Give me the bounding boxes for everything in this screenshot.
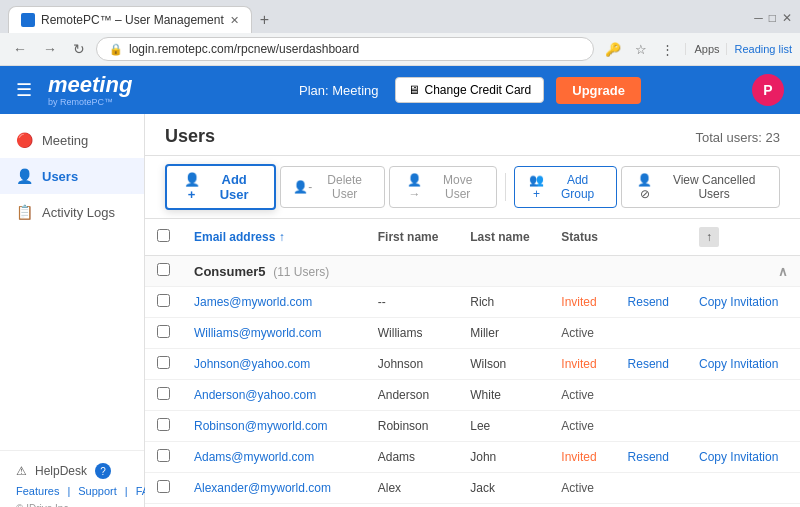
minimize-button[interactable]: ─	[754, 11, 763, 25]
lock-icon: 🔒	[109, 43, 123, 56]
email-cell: James@myworld.com	[182, 287, 366, 318]
reading-list-label[interactable]: Reading list	[735, 43, 792, 55]
status-column-header: Status	[549, 219, 615, 256]
url-text: login.remotepc.com/rpcnew/userdashboard	[129, 42, 359, 56]
sidebar-item-meeting[interactable]: 🔴 Meeting	[0, 122, 144, 158]
logo-area: meeting by RemotePC™	[48, 73, 188, 107]
firstname-cell: Adams	[366, 442, 459, 473]
resend-cell[interactable]: Resend	[616, 442, 687, 473]
lastname-column-header: Last name	[458, 219, 549, 256]
sidebar-item-activity-logs-label: Activity Logs	[42, 205, 115, 220]
resend-link[interactable]: Resend	[628, 295, 669, 309]
add-user-icon: 👤+	[181, 172, 202, 202]
table-container: Email address ↑ First name Last name Sta…	[145, 219, 800, 507]
restore-button[interactable]: □	[769, 11, 776, 25]
row-checkbox[interactable]	[157, 294, 170, 307]
action-column-header	[616, 219, 687, 256]
table-row: James@myworld.com -- Rich Invited Resend…	[145, 287, 800, 318]
sidebar-item-users[interactable]: 👤 Users	[0, 158, 144, 194]
logo-text: meeting	[48, 73, 132, 97]
copy-invitation-link[interactable]: Copy Invitation	[699, 450, 778, 464]
firstname-cell: --	[366, 287, 459, 318]
address-bar[interactable]: 🔒 login.remotepc.com/rpcnew/userdashboar…	[96, 37, 594, 61]
email-column-header[interactable]: Email address ↑	[182, 219, 366, 256]
firstname-cell: Williams	[366, 318, 459, 349]
copy-invitation-link[interactable]: Copy Invitation	[699, 357, 778, 371]
new-tab-button[interactable]: +	[256, 7, 273, 33]
features-link[interactable]: Features	[16, 485, 59, 497]
copy-invitation-cell	[687, 504, 800, 508]
sidebar-item-activity-logs[interactable]: 📋 Activity Logs	[0, 194, 144, 230]
upload-column-header: ↑	[687, 219, 800, 256]
table-row: Alexander@myworld.com Alex Jack Active	[145, 473, 800, 504]
menu-dots-icon[interactable]: ⋮	[656, 39, 679, 60]
copy-invitation-cell[interactable]: Copy Invitation	[687, 442, 800, 473]
forward-button[interactable]: →	[38, 38, 62, 60]
resend-cell	[616, 411, 687, 442]
delete-user-button[interactable]: 👤- Delete User	[280, 166, 385, 208]
support-link[interactable]: Support	[78, 485, 117, 497]
group-row: Consumer5 (11 Users) ∧	[145, 256, 800, 287]
row-checkbox-cell	[145, 442, 182, 473]
sidebar: 🔴 Meeting 👤 Users 📋 Activity Logs ⚠ Help…	[0, 114, 145, 507]
lastname-cell: Jack	[458, 473, 549, 504]
meeting-icon: 🔴	[16, 132, 32, 148]
activity-logs-icon: 📋	[16, 204, 32, 220]
active-tab[interactable]: RemotePC™ – User Management ✕	[8, 6, 252, 33]
row-checkbox[interactable]	[157, 418, 170, 431]
move-user-label: Move User	[432, 173, 484, 201]
email-cell: Adams@myworld.com	[182, 442, 366, 473]
main-content: Users Total users: 23 👤+ Add User 👤- Del…	[145, 114, 800, 507]
table-row: Williams@myworld.com Williams Miller Act…	[145, 318, 800, 349]
close-window-button[interactable]: ✕	[782, 11, 792, 25]
collapse-group-button[interactable]: ∧	[778, 264, 788, 279]
key-icon[interactable]: 🔑	[600, 39, 626, 60]
resend-link[interactable]: Resend	[628, 450, 669, 464]
hamburger-button[interactable]: ☰	[16, 79, 32, 101]
status-cell: Active	[549, 411, 615, 442]
copy-invitation-link[interactable]: Copy Invitation	[699, 295, 778, 309]
user-avatar-button[interactable]: P	[752, 74, 784, 106]
add-user-button[interactable]: 👤+ Add User	[165, 164, 276, 210]
helpdesk-item[interactable]: ⚠ HelpDesk ?	[16, 463, 128, 479]
select-all-checkbox[interactable]	[157, 229, 170, 242]
toolbar-separator	[505, 173, 506, 201]
sidebar-item-users-label: Users	[42, 169, 78, 184]
status-cell: Invited	[549, 349, 615, 380]
copy-invitation-cell	[687, 473, 800, 504]
email-cell: Anderson@yahoo.com	[182, 380, 366, 411]
resend-cell	[616, 473, 687, 504]
row-checkbox-cell	[145, 349, 182, 380]
move-user-button[interactable]: 👤→ Move User	[389, 166, 497, 208]
copy-invitation-cell[interactable]: Copy Invitation	[687, 349, 800, 380]
row-checkbox[interactable]	[157, 480, 170, 493]
star-icon[interactable]: ☆	[630, 39, 652, 60]
tab-close-button[interactable]: ✕	[230, 14, 239, 27]
copyright-text: © IDrive Inc.	[16, 503, 128, 507]
upgrade-button[interactable]: Upgrade	[556, 77, 641, 104]
resend-cell[interactable]: Resend	[616, 349, 687, 380]
row-checkbox[interactable]	[157, 387, 170, 400]
table-row: Robinson@myworld.com Robinson Lee Active	[145, 411, 800, 442]
row-checkbox-cell	[145, 473, 182, 504]
row-checkbox[interactable]	[157, 325, 170, 338]
group-count: (11 Users)	[273, 265, 329, 279]
change-credit-card-button[interactable]: 🖥 Change Credit Card	[395, 77, 545, 103]
email-cell: Peter@myworld.com	[182, 504, 366, 508]
users-table: Email address ↑ First name Last name Sta…	[145, 219, 800, 507]
copy-invitation-cell[interactable]: Copy Invitation	[687, 287, 800, 318]
resend-cell[interactable]: Resend	[616, 287, 687, 318]
group-checkbox[interactable]	[157, 263, 170, 276]
upload-icon[interactable]: ↑	[699, 227, 719, 247]
group-name-cell: Consumer5 (11 Users) ∧	[182, 256, 800, 287]
refresh-button[interactable]: ↻	[68, 38, 90, 60]
view-cancelled-button[interactable]: 👤⊘ View Cancelled Users	[621, 166, 780, 208]
table-row: Johnson@yahoo.com Johnson Wilson Invited…	[145, 349, 800, 380]
row-checkbox[interactable]	[157, 449, 170, 462]
back-button[interactable]: ←	[8, 38, 32, 60]
group-checkbox-cell	[145, 256, 182, 287]
row-checkbox[interactable]	[157, 356, 170, 369]
helpdesk-badge: ?	[95, 463, 111, 479]
resend-link[interactable]: Resend	[628, 357, 669, 371]
add-group-button[interactable]: 👥+ Add Group	[514, 166, 617, 208]
